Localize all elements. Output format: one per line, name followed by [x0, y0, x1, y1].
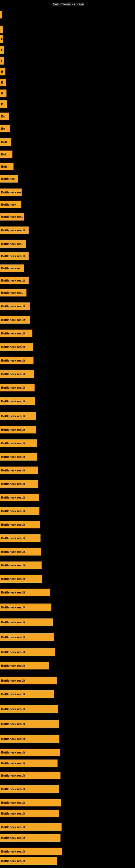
bar-item: Bottleneck res	[0, 188, 21, 196]
bar-item: Bott	[0, 163, 13, 170]
bar-item: Bottleneck result	[0, 662, 49, 670]
bar-label: Bottleneck resu	[1, 215, 24, 218]
bar-label: Bo	[1, 115, 5, 118]
bar-label: Bottleneck	[1, 203, 16, 206]
bar-label: Bottleneck re	[1, 267, 20, 270]
bar-item: Bottleneck result	[0, 521, 40, 528]
site-title: TheBottlenecker.com	[51, 2, 84, 6]
bar-item: Bottleneck result	[0, 618, 53, 626]
bar-item: B	[0, 68, 5, 75]
bar-label: E	[1, 92, 3, 95]
bar-label: Bottleneck result	[1, 305, 25, 308]
bar-label: Bottleneck result	[1, 722, 25, 725]
bar-label: Bottleneck result	[1, 801, 25, 804]
bar-label: F	[1, 59, 3, 62]
bar-label: Bottleneck result	[1, 372, 25, 376]
bar-item: Bottleneck result	[0, 760, 57, 767]
bar-label: Bottleneck result	[1, 428, 25, 431]
bar-item: E	[0, 35, 3, 43]
bar-label: Bottleneck result	[1, 812, 25, 815]
bar-item: Bot	[0, 151, 12, 158]
bar-label: Bottleneck result	[1, 707, 25, 711]
bar-item: Bottleneck result	[0, 303, 30, 310]
bar-label: Bottleneck result	[1, 762, 25, 765]
bar-label: Bottleneck result	[1, 442, 25, 445]
bar-item: Bottleneck result	[0, 439, 37, 447]
bar-item: Bottleneck result	[0, 534, 41, 542]
bar-label: Bottleneck result	[1, 650, 25, 654]
bar-label: Bottleneck result	[1, 826, 25, 829]
bar-item: Bottleneck result	[0, 749, 60, 756]
bar-item: Bottleneck result	[0, 370, 34, 378]
bar-item: B	[0, 100, 7, 108]
bar-label: Bottleneck result	[1, 836, 25, 839]
bar-item: Bottleneck result	[0, 603, 51, 611]
bar-label: Bott	[1, 141, 7, 144]
bar-item: Bo	[0, 125, 10, 132]
bar-label: E	[1, 81, 3, 84]
bar-label: Bottleneck result	[1, 664, 25, 667]
bar-label: Bottleneck result	[1, 692, 25, 696]
bar-item: Bottleneck result	[0, 735, 59, 743]
bar-item: Bottleneck result	[0, 494, 39, 501]
bar-item: Bottleneck result	[0, 330, 32, 337]
bar-item: Bottleneck result	[0, 384, 35, 392]
bar-label: Bottleneck result	[1, 550, 25, 553]
bar-item: Bottleneck result	[0, 677, 57, 684]
bar-label: B	[1, 70, 3, 73]
bar-label: Bottleneck result	[1, 606, 25, 609]
bar-label: Bottleneck result	[1, 345, 25, 348]
bar-label: E	[1, 37, 3, 41]
bar-item: Bottleneck result	[0, 799, 61, 806]
bar-label: Bottleneck result	[1, 787, 25, 791]
bar-item: Bottleneck result	[0, 785, 59, 793]
bar-label: Bottleneck result	[1, 679, 25, 682]
bar-item: Bottleneck result	[0, 575, 42, 583]
bar-label: Bottleneck result	[1, 509, 25, 513]
bar-label: Bottleneck result	[1, 591, 25, 594]
bar-label: Bottleneck result	[1, 737, 25, 741]
bar-label: Bottleneck result	[1, 564, 25, 567]
bar-item: Bo	[0, 113, 9, 120]
bar-label: Bottleneck result	[1, 850, 25, 853]
bar-label: Bottleneck result	[1, 254, 25, 258]
bar-item: Bottleneck result	[0, 277, 29, 284]
bar-label: Bottleneck result	[1, 577, 25, 581]
bar-item: Bottleneck resu	[0, 240, 26, 248]
bar-label: E	[1, 48, 3, 52]
bar-item: Bottleneck result	[0, 648, 55, 656]
bar-item: Bottleneck result	[0, 561, 42, 569]
bar-label: Bottleneck result	[1, 400, 25, 403]
bar-label: Bottleneck result	[1, 636, 25, 639]
bar-label: Bottleneck result	[1, 318, 25, 321]
bar-item: Bottleneck result	[0, 772, 60, 779]
bar-label: Bottlenec	[1, 177, 14, 180]
bar-item: Bottleneck result	[0, 412, 36, 420]
bar-item: Bottleneck result	[0, 467, 38, 474]
bar-label: Bottleneck result	[1, 621, 25, 624]
bar-item: Bottleneck result	[0, 426, 36, 433]
bar-item	[0, 11, 2, 19]
bar-item: E	[0, 90, 6, 97]
bar-item: Bottleneck result	[0, 857, 57, 865]
bar-item: E	[0, 46, 4, 54]
bar-item: Bottleneck re	[0, 265, 24, 272]
bar-label: Bottleneck result	[1, 455, 25, 458]
bar-item: Bottleneck result	[0, 252, 29, 260]
bar-item: Bottleneck result	[0, 357, 34, 364]
bar-label: Bottleneck resu	[1, 291, 24, 294]
bar-item: Bottleneck result	[0, 453, 37, 461]
bar-label: Bottleneck result	[1, 482, 25, 486]
bar-item: Bott	[0, 138, 11, 146]
bar-item: Bottleneck result	[0, 633, 54, 641]
bar-label: Bottleneck result	[1, 386, 25, 389]
bar-label: Bottleneck result	[1, 279, 25, 282]
bar-label: Bottleneck result	[1, 523, 25, 526]
bar-label: Bottleneck result	[1, 536, 25, 540]
bar-label: Bot	[1, 153, 6, 156]
bar-label: Bottleneck result	[1, 332, 25, 335]
bar-item: Bottleneck result	[0, 848, 62, 855]
bar-item: Bottleneck result	[0, 316, 30, 323]
bar-label: B	[1, 102, 3, 106]
bar-label: Bottleneck result	[1, 359, 25, 362]
